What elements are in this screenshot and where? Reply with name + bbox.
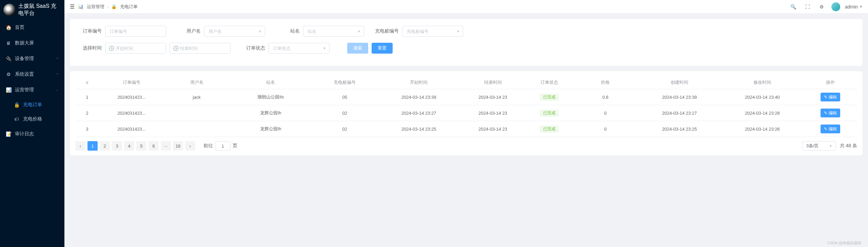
station-select[interactable]: ▼ — [303, 26, 364, 37]
breadcrumb-current: 充电订单 — [120, 4, 138, 10]
edit-button[interactable]: ✎编辑 — [821, 125, 840, 133]
th-ctime: 创建时间 — [638, 76, 721, 89]
menu-label: 运营管理 — [15, 87, 56, 93]
edit-button[interactable]: ✎编辑 — [821, 93, 840, 101]
settings-icon[interactable]: ⚙ — [817, 2, 827, 12]
sidebar-item[interactable]: 📝 审计日志 — [0, 126, 64, 142]
breadcrumb-current-icon: 🔒 — [111, 4, 117, 9]
user-select[interactable]: ▼ — [204, 26, 265, 37]
menu-icon: 🔌 — [5, 56, 12, 61]
pile-select[interactable]: ▼ — [402, 26, 463, 37]
station-label: 站名 — [276, 28, 300, 34]
order-label: 订单编号 — [78, 28, 102, 34]
sidebar-subitem[interactable]: 🏷 充电价格 — [0, 112, 64, 126]
breadcrumb-parent-icon: 📊 — [78, 4, 83, 9]
th-start: 开始时间 — [377, 76, 460, 89]
end-time-input[interactable]: 🕒 — [170, 43, 231, 54]
th-user: 用户名 — [164, 76, 229, 89]
cell-end: 2024-03-14 23 — [460, 105, 525, 121]
chevron-icon: ﹀ — [56, 72, 59, 77]
menu-label: 充电价格 — [23, 116, 59, 122]
sidebar-item[interactable]: ⚙ 系统设置 ﹀ — [0, 66, 64, 82]
cell-order: 2024031423... — [99, 89, 164, 105]
cell-idx: 3 — [75, 121, 99, 137]
sidebar-subitem[interactable]: 🔒 充电订单 — [0, 98, 64, 112]
jump-prefix: 前往 — [203, 143, 213, 149]
order-input[interactable] — [105, 26, 166, 37]
breadcrumb-parent[interactable]: 运营管理 — [87, 4, 104, 10]
cell-op: ✎编辑 — [804, 121, 857, 137]
sidebar-item[interactable]: 📊 运营管理 ︿ — [0, 82, 64, 98]
pager-page[interactable]: 1 — [87, 141, 98, 151]
pager-page[interactable]: 4 — [124, 141, 134, 151]
avatar[interactable] — [831, 2, 840, 11]
cell-start: 2024-03-14 23:25 — [377, 121, 460, 137]
reset-button[interactable]: 重置 — [372, 43, 393, 54]
sidebar: 土拨鼠 SaaS 充电平台 🏠 首页 🖥 数据大屏 🔌 设备管理 ﹀⚙ 系统设置… — [0, 0, 64, 247]
watermark: CSDN @奔跑的露西 — [827, 241, 861, 246]
cell-idx: 2 — [75, 105, 99, 121]
cell-station: 龙辉公园lh — [229, 105, 312, 121]
edit-button[interactable]: ✎编辑 — [821, 109, 840, 117]
menu-icon: 🏷 — [14, 116, 20, 122]
topbar: ☰ 📊 运营管理 › 🔒 充电订单 🔍 ⛶ ⚙ admin ▼ — [64, 0, 868, 14]
status-badge: 已完成 — [540, 94, 559, 101]
main: ☰ 📊 运营管理 › 🔒 充电订单 🔍 ⛶ ⚙ admin ▼ — [64, 0, 868, 247]
th-op: 操作 — [804, 76, 857, 89]
table-row: 3 2024031423... 龙辉公园lh 02 2024-03-14 23:… — [75, 121, 857, 137]
sidebar-item[interactable]: 🔌 设备管理 ﹀ — [0, 51, 64, 66]
cell-user: jack — [164, 89, 229, 105]
edit-icon: ✎ — [824, 127, 827, 131]
cell-status: 已完成 — [526, 105, 573, 121]
pager-ellipsis[interactable]: ··· — [161, 141, 171, 151]
page-size-select[interactable]: ▼ — [802, 141, 836, 151]
pager-page[interactable]: 16 — [173, 141, 183, 151]
menu-icon: 🖥 — [5, 40, 12, 46]
user-menu[interactable]: admin ▼ — [845, 4, 863, 10]
menu-label: 审计日志 — [15, 131, 59, 137]
cell-ctime: 2024-03-14 23:39 — [638, 89, 721, 105]
th-station: 站名 — [229, 76, 312, 89]
status-badge: 已完成 — [540, 110, 559, 117]
fullscreen-icon[interactable]: ⛶ — [803, 2, 812, 12]
start-time-input[interactable]: 🕒 — [105, 43, 166, 54]
cell-status: 已完成 — [526, 89, 573, 105]
jump-input[interactable] — [215, 141, 231, 151]
cell-ctime: 2024-03-14 23:27 — [638, 105, 721, 121]
menu-label: 充电订单 — [23, 102, 59, 108]
username-label: admin — [845, 4, 858, 10]
cell-end: 2024-03-14 23 — [460, 89, 525, 105]
chevron-icon: ﹀ — [56, 56, 59, 61]
menu-label: 首页 — [15, 24, 59, 31]
pager-page[interactable]: 5 — [136, 141, 146, 151]
pager-jump: 前往 页 — [203, 141, 237, 151]
sidebar-item[interactable]: 🖥 数据大屏 — [0, 35, 64, 51]
pager-page[interactable]: 2 — [100, 141, 110, 151]
pager: ‹123456···16› — [75, 141, 195, 151]
table-panel: # 订单编号 用户名 站名 充电桩编号 开始时间 结束时间 订单状态 价格 创建… — [70, 71, 863, 155]
cell-station: 塘朗山公园tls — [229, 89, 312, 105]
table-footer: ‹123456···16› 前往 页 ▼ 共 48 条 — [75, 137, 857, 151]
search-icon[interactable]: 🔍 — [789, 2, 798, 12]
pager-prev[interactable]: ‹ — [75, 141, 85, 151]
cell-idx: 1 — [75, 89, 99, 105]
search-button[interactable]: 搜索 — [347, 43, 368, 54]
pager-next[interactable]: › — [185, 141, 195, 151]
menu-label: 设备管理 — [15, 56, 56, 62]
pager-page[interactable]: 3 — [112, 141, 122, 151]
table-row: 1 2024031423... jack 塘朗山公园tls 05 2024-03… — [75, 89, 857, 105]
sidebar-menu: 🏠 首页 🖥 数据大屏 🔌 设备管理 ﹀⚙ 系统设置 ﹀📊 运营管理 ︿🔒 充电… — [0, 20, 64, 142]
time-label: 选择时间 — [78, 45, 102, 51]
menu-icon: 🔒 — [14, 102, 20, 108]
cell-user — [164, 121, 229, 137]
cell-user — [164, 105, 229, 121]
pile-label: 充电桩编号 — [375, 28, 399, 34]
sidebar-item[interactable]: 🏠 首页 — [0, 20, 64, 35]
status-select[interactable]: ▼ — [269, 43, 330, 54]
hamburger-icon[interactable]: ☰ — [70, 3, 75, 10]
edit-icon: ✎ — [824, 111, 827, 115]
search-panel: 订单编号 用户名 ▼ 站名 ▼ — [70, 19, 863, 66]
caret-down-icon: ▼ — [859, 5, 863, 8]
pager-page[interactable]: 6 — [149, 141, 159, 151]
status-badge: 已完成 — [540, 126, 559, 133]
